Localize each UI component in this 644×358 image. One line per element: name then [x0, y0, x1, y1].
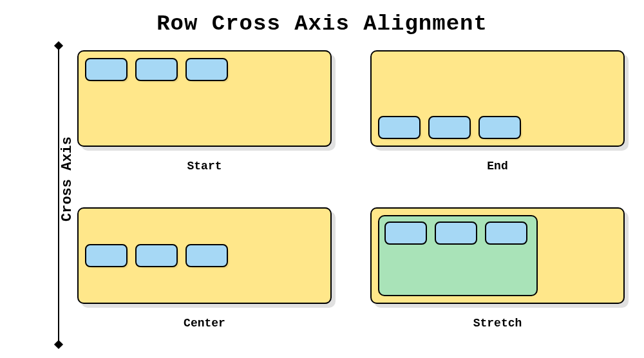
flex-item [478, 116, 521, 139]
row-container-center [77, 207, 332, 304]
stretched-item-group [378, 215, 538, 296]
flex-item [185, 244, 228, 267]
panels-grid: Start End Center [77, 50, 625, 345]
flex-item [428, 116, 471, 139]
panel-center: Center [77, 207, 332, 345]
row-container-start [77, 50, 332, 147]
flex-item [135, 244, 178, 267]
panel-stretch: Stretch [370, 207, 625, 345]
cross-axis-line [58, 45, 59, 345]
flex-item [485, 221, 527, 245]
panel-label-stretch: Stretch [370, 317, 625, 330]
diagram-title: Row Cross Axis Alignment [0, 12, 644, 36]
panel-end: End [370, 50, 625, 188]
row-container-end [370, 50, 625, 147]
panel-start: Start [77, 50, 332, 188]
flex-item [185, 58, 228, 81]
flex-item [85, 58, 128, 81]
row-container-stretch [370, 207, 625, 304]
flex-item [135, 58, 178, 81]
flex-item [85, 244, 128, 267]
cross-axis-label: Cross Axis [59, 137, 75, 221]
flex-item [378, 116, 421, 139]
flex-item [384, 221, 427, 245]
panel-label-end: End [370, 160, 625, 173]
panel-label-center: Center [77, 317, 332, 330]
flex-item [435, 221, 477, 245]
panel-label-start: Start [77, 160, 332, 173]
